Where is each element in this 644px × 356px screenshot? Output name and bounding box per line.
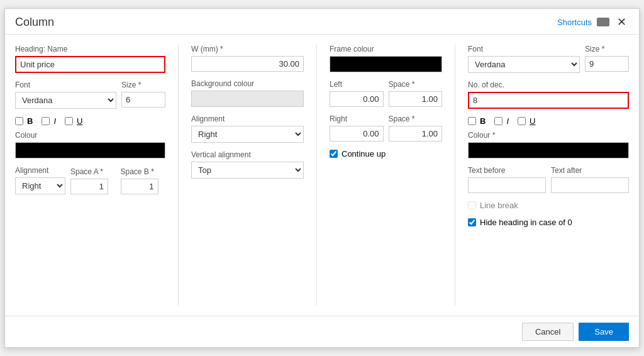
underline-checkbox-right[interactable] xyxy=(518,117,526,125)
bold-italic-underline-row-right: B I U xyxy=(468,116,629,126)
right-space-group: Right Space * xyxy=(330,114,442,142)
vertical-alignment-group: Vertical alignment Top Middle Bottom xyxy=(191,150,304,179)
text-before-label: Text before xyxy=(468,166,546,175)
colour-group-left: Colour xyxy=(15,131,165,159)
underline-checkbox-left[interactable] xyxy=(65,117,73,125)
left-label: Left xyxy=(330,80,384,89)
colour-group-right: Colour * xyxy=(468,131,629,159)
space-a-label: Space A * xyxy=(70,167,116,176)
no-dec-input[interactable] xyxy=(468,92,629,109)
size-input-left[interactable] xyxy=(121,92,165,108)
italic-label-right: I xyxy=(506,116,509,126)
bold-checkbox-right[interactable] xyxy=(468,117,476,125)
line-break-row: Line break xyxy=(468,201,629,210)
left-space-group: Left Space * xyxy=(330,80,442,107)
right-label: Right xyxy=(330,114,384,123)
w-input[interactable] xyxy=(191,56,304,72)
colour-bar-left[interactable] xyxy=(15,142,165,159)
text-before-after-group: Text before Text after xyxy=(468,166,629,193)
underline-label-right: U xyxy=(530,116,535,126)
left-input[interactable] xyxy=(330,91,384,107)
frame-colour-bar[interactable] xyxy=(330,56,442,72)
save-button[interactable]: Save xyxy=(579,323,629,341)
bold-label-right: B xyxy=(480,116,486,126)
heading-name-label: Heading: Name xyxy=(15,45,165,53)
font-select-right[interactable]: Verdana xyxy=(468,56,580,73)
shortcuts-icon xyxy=(597,18,609,26)
shortcuts-link[interactable]: Shortcuts xyxy=(557,18,592,27)
font-select-left[interactable]: Verdana xyxy=(15,92,116,109)
colour-label-left: Colour xyxy=(15,131,165,140)
hide-heading-row: Hide heading in case of 0 xyxy=(468,218,629,227)
space-a-input[interactable] xyxy=(70,179,108,194)
colour-bar-right[interactable] xyxy=(468,142,629,159)
italic-checkbox-right[interactable] xyxy=(494,117,502,125)
line-break-label: Line break xyxy=(480,201,518,210)
alignment-select-left[interactable]: Right Left Center xyxy=(15,177,65,194)
bold-checkbox-left[interactable] xyxy=(15,117,23,125)
dialog-header: Column Shortcuts ✕ xyxy=(5,9,639,35)
right-input[interactable] xyxy=(330,126,384,142)
font-label-right: Font xyxy=(468,45,580,53)
alignment-select-mid[interactable]: Right Left Center xyxy=(191,126,304,143)
text-before-input[interactable] xyxy=(468,177,546,193)
colour-label-right: Colour * xyxy=(468,131,629,140)
bg-colour-bar[interactable] xyxy=(191,91,304,107)
alignment-space-group: Alignment Right Left Center Space A * xyxy=(15,166,165,194)
cancel-button[interactable]: Cancel xyxy=(522,323,574,341)
size-label-left: Size * xyxy=(121,81,165,89)
column-dialog: Column Shortcuts ✕ Heading: Name Font xyxy=(4,8,640,348)
font-label-left: Font xyxy=(15,81,116,89)
dialog-footer: Cancel Save xyxy=(5,316,639,347)
bold-italic-underline-row-left: B I U xyxy=(15,116,165,126)
text-after-input[interactable] xyxy=(551,177,629,193)
hide-heading-label: Hide heading in case of 0 xyxy=(480,218,572,227)
italic-label-left: I xyxy=(53,116,56,126)
frame-colour-group: Frame colour xyxy=(330,45,442,72)
size-input-right[interactable] xyxy=(585,56,629,72)
font-size-group: Font Verdana Size * xyxy=(15,81,165,109)
bold-label-left: B xyxy=(27,116,33,126)
dialog-title: Column xyxy=(15,16,54,29)
left-section: Heading: Name Font Verdana Size * xyxy=(15,45,179,306)
continue-up-checkbox[interactable] xyxy=(330,150,338,158)
w-group: W (mm) * xyxy=(191,45,304,72)
bg-colour-label: Background colour xyxy=(191,79,304,88)
italic-checkbox-left[interactable] xyxy=(42,117,50,125)
space-b-label: Space B * xyxy=(121,167,166,176)
alignment-label-mid: Alignment xyxy=(191,114,304,123)
right-font-size-group: Font Verdana Size * xyxy=(468,45,629,73)
continue-up-row: Continue up xyxy=(330,149,442,159)
middle-left-section: W (mm) * Background colour Alignment Rig… xyxy=(179,45,317,306)
right-section: Font Verdana Size * No. of dec. xyxy=(455,45,629,306)
no-dec-group: No. of dec. xyxy=(468,81,629,109)
space1-input[interactable] xyxy=(389,91,443,107)
frame-section: Frame colour Left Space * xyxy=(317,45,455,306)
heading-name-input[interactable] xyxy=(15,56,165,73)
header-right: Shortcuts ✕ xyxy=(557,15,629,29)
size-label-right: Size * xyxy=(585,45,629,53)
space-b-input[interactable] xyxy=(121,179,158,194)
space2-label: Space * xyxy=(389,114,443,123)
vertical-alignment-select[interactable]: Top Middle Bottom xyxy=(191,162,304,179)
frame-colour-label: Frame colour xyxy=(330,45,442,53)
space2-input[interactable] xyxy=(389,126,443,142)
alignment-group-mid: Alignment Right Left Center xyxy=(191,114,304,143)
continue-up-label: Continue up xyxy=(341,149,386,159)
heading-name-group: Heading: Name xyxy=(15,45,165,73)
vertical-alignment-label: Vertical alignment xyxy=(191,150,304,159)
bg-colour-group: Background colour xyxy=(191,79,304,107)
space1-label: Space * xyxy=(389,80,443,89)
underline-label-left: U xyxy=(77,116,82,126)
close-button[interactable]: ✕ xyxy=(614,15,629,29)
w-label: W (mm) * xyxy=(191,45,304,53)
alignment-label-left: Alignment xyxy=(15,166,65,175)
text-after-label: Text after xyxy=(551,166,629,175)
no-dec-label: No. of dec. xyxy=(468,81,629,89)
hide-heading-checkbox[interactable] xyxy=(468,218,476,226)
dialog-body: Heading: Name Font Verdana Size * xyxy=(5,35,639,316)
line-break-checkbox[interactable] xyxy=(468,201,476,209)
